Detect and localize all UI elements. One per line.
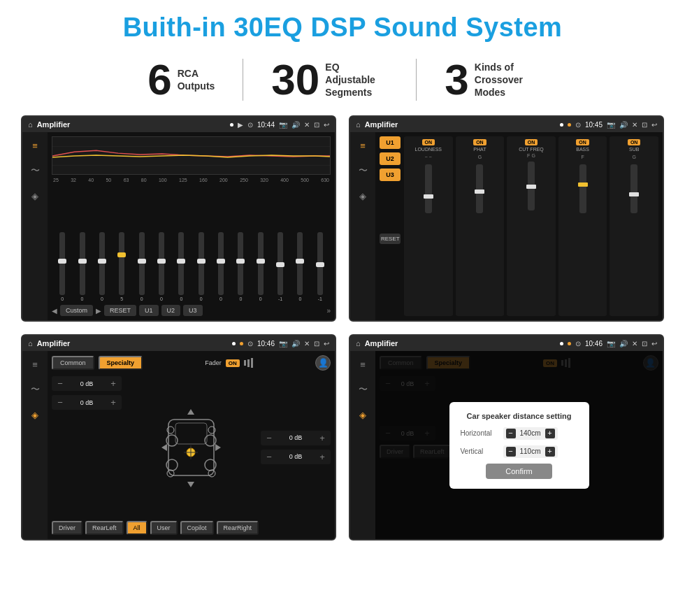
- sidebar-wave-icon-3[interactable]: 〜: [27, 382, 43, 397]
- slider-track-10[interactable]: [238, 232, 243, 295]
- slider-thumb-13[interactable]: [296, 259, 304, 264]
- user-btn[interactable]: User: [150, 521, 178, 535]
- back-icon-1[interactable]: ↩: [324, 121, 329, 129]
- slider-thumb-3[interactable]: [98, 259, 106, 264]
- slider-track-12[interactable]: [277, 232, 283, 295]
- rearright-btn[interactable]: RearRight: [217, 521, 259, 535]
- u2-btn-1[interactable]: U2: [161, 305, 181, 316]
- sidebar-wave-icon-4[interactable]: 〜: [355, 382, 370, 397]
- plus-btn-tr[interactable]: +: [317, 433, 327, 443]
- horizontal-minus-btn[interactable]: −: [506, 429, 516, 438]
- slider-track-11[interactable]: [258, 232, 264, 295]
- sidebar-wave-icon-2[interactable]: 〜: [355, 163, 370, 178]
- slider-track-6[interactable]: [159, 232, 164, 295]
- slider-track-2[interactable]: [80, 232, 85, 295]
- sidebar-eq-icon[interactable]: ≡: [27, 138, 43, 153]
- preset-custom-btn[interactable]: Custom: [60, 305, 93, 316]
- window-icon-4[interactable]: ⊡: [642, 340, 647, 348]
- sidebar-speaker-icon-4[interactable]: ◈: [355, 407, 370, 422]
- slider-track-5[interactable]: [139, 232, 145, 295]
- window-icon-1[interactable]: ⊡: [314, 121, 319, 129]
- minus-btn-tr[interactable]: −: [264, 433, 274, 443]
- confirm-button[interactable]: Confirm: [486, 464, 552, 479]
- loudness-thumb[interactable]: [424, 194, 433, 199]
- close-icon-4[interactable]: ✕: [632, 340, 637, 348]
- slider-track-14[interactable]: [317, 232, 323, 295]
- sidebar-speaker-icon[interactable]: ◈: [27, 188, 43, 203]
- home-icon-2[interactable]: ⌂: [356, 120, 361, 129]
- slider-thumb-8[interactable]: [197, 259, 206, 264]
- next-arrow[interactable]: ▶: [96, 307, 101, 315]
- preset-u2[interactable]: U2: [380, 152, 401, 165]
- person-icon-3[interactable]: 👤: [315, 355, 331, 371]
- slider-track-7[interactable]: [178, 232, 184, 295]
- slider-thumb-9[interactable]: [217, 259, 225, 264]
- sidebar-eq-icon-4[interactable]: ≡: [355, 357, 370, 372]
- plus-btn-br[interactable]: +: [317, 452, 327, 462]
- slider-thumb-1[interactable]: [58, 259, 66, 264]
- slider-thumb-7[interactable]: [177, 259, 185, 264]
- phat-thumb[interactable]: [475, 189, 484, 194]
- sidebar-wave-icon[interactable]: 〜: [27, 163, 43, 178]
- slider-track-13[interactable]: [297, 232, 303, 295]
- slider-track-4[interactable]: [119, 232, 124, 295]
- reset-btn-2[interactable]: RESET: [380, 234, 401, 244]
- slider-thumb-12[interactable]: [276, 262, 284, 267]
- close-icon-1[interactable]: ✕: [304, 121, 310, 129]
- home-icon-4[interactable]: ⌂: [356, 339, 361, 348]
- more-arrows[interactable]: »: [326, 307, 331, 315]
- vertical-plus-btn[interactable]: +: [545, 447, 555, 457]
- slider-track-3[interactable]: [99, 232, 105, 295]
- cutfreq-thumb[interactable]: [526, 185, 536, 189]
- sidebar-eq-icon-3[interactable]: ≡: [27, 357, 43, 372]
- close-icon-3[interactable]: ✕: [304, 340, 310, 348]
- bass-slider[interactable]: [579, 164, 586, 213]
- slider-thumb-14[interactable]: [316, 262, 324, 267]
- plus-btn-tl[interactable]: +: [108, 378, 118, 389]
- slider-thumb-4[interactable]: [117, 252, 126, 257]
- minus-btn-tl[interactable]: −: [55, 378, 65, 389]
- rearleft-btn[interactable]: RearLeft: [85, 521, 124, 535]
- slider-track-8[interactable]: [199, 232, 204, 295]
- preset-u1[interactable]: U1: [380, 136, 401, 149]
- phat-slider[interactable]: [476, 164, 483, 213]
- tab-specialty-3[interactable]: Specialty: [99, 356, 143, 370]
- minus-btn-bl[interactable]: −: [55, 397, 65, 408]
- window-icon-2[interactable]: ⊡: [642, 121, 647, 129]
- sidebar-eq-icon-2[interactable]: ≡: [355, 138, 370, 153]
- window-icon-3[interactable]: ⊡: [314, 340, 319, 348]
- slider-track-9[interactable]: [218, 232, 224, 295]
- u3-btn-1[interactable]: U3: [183, 305, 203, 316]
- back-icon-3[interactable]: ↩: [324, 340, 329, 348]
- horizontal-plus-btn[interactable]: +: [545, 429, 555, 438]
- slider-thumb-11[interactable]: [257, 259, 265, 264]
- copilot-btn[interactable]: Copilot: [180, 521, 214, 535]
- slider-thumb-5[interactable]: [138, 259, 146, 264]
- sidebar-speaker-icon-3[interactable]: ◈: [27, 407, 43, 422]
- plus-btn-bl[interactable]: +: [108, 397, 118, 408]
- reset-btn-1[interactable]: RESET: [104, 305, 136, 316]
- home-icon[interactable]: ⌂: [28, 120, 33, 129]
- sub-thumb[interactable]: [629, 192, 639, 196]
- u1-btn-1[interactable]: U1: [139, 305, 159, 316]
- back-icon-2[interactable]: ↩: [651, 121, 657, 129]
- tab-common-3[interactable]: Common: [52, 356, 94, 370]
- back-icon-4[interactable]: ↩: [651, 340, 657, 348]
- close-icon-2[interactable]: ✕: [632, 121, 637, 129]
- home-icon-3[interactable]: ⌂: [28, 339, 33, 348]
- prev-arrow[interactable]: ◀: [52, 307, 57, 315]
- slider-thumb-6[interactable]: [157, 259, 166, 264]
- slider-track-1[interactable]: [59, 232, 65, 295]
- minus-btn-br[interactable]: −: [264, 452, 274, 462]
- vertical-minus-btn[interactable]: −: [506, 447, 516, 457]
- driver-btn[interactable]: Driver: [52, 521, 82, 535]
- slider-thumb-2[interactable]: [78, 259, 87, 264]
- cutfreq-slider[interactable]: [528, 162, 535, 210]
- sidebar-speaker-icon-2[interactable]: ◈: [355, 188, 370, 203]
- preset-u3[interactable]: U3: [380, 169, 401, 181]
- slider-thumb-10[interactable]: [236, 259, 245, 264]
- all-btn[interactable]: All: [127, 521, 147, 535]
- loudness-slider[interactable]: [425, 164, 432, 213]
- bass-thumb[interactable]: [578, 182, 588, 187]
- sub-slider[interactable]: [630, 164, 637, 213]
